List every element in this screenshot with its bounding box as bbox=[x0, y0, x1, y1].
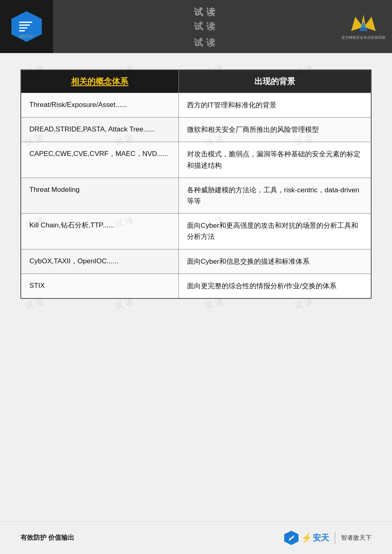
left-cell: Threat Modeling bbox=[21, 178, 178, 213]
main-table: 相关的概念体系 出现的背景 Threat/Risk/Exposure/Asset… bbox=[20, 69, 372, 299]
watermark: 试读 bbox=[194, 20, 218, 33]
left-cell: DREAD,STRIDE,PASTA, Attack Tree...... bbox=[21, 118, 178, 142]
table-row: CybOX,TAXII，OpenIOC......面向Cyber和信息交换的描述… bbox=[21, 249, 371, 274]
watermark: 试读 bbox=[194, 20, 218, 33]
footer-hex-icon bbox=[284, 531, 298, 545]
right-cell: 面向Cyber和信息交换的描述和标准体系 bbox=[178, 249, 371, 274]
watermark: 试读 bbox=[194, 6, 218, 18]
table-row: Threat/Risk/Exposure/Asset......西方的IT管理和… bbox=[21, 93, 371, 118]
brand-subtitle: 安天网络安全冬训营第四期 bbox=[341, 35, 385, 40]
footer-logo: ⚡ 安天 智者敌天下 bbox=[284, 531, 372, 545]
col2-header: 出现的背景 bbox=[178, 70, 371, 93]
watermark: 试读 bbox=[194, 20, 218, 33]
watermark: 试读 bbox=[194, 6, 218, 18]
watermark: 试读 bbox=[194, 37, 218, 49]
left-cell: Kill Chain,钻石分析,TTP...... bbox=[21, 214, 178, 249]
watermark: 试读 bbox=[194, 37, 218, 49]
logo-area: ANTIY bbox=[0, 0, 53, 53]
table-row: STIX面向更完整的综合性的情报分析/作业/交换的体系 bbox=[21, 274, 371, 298]
watermark-area: 试读 试读 试读 试读 试读 试读 试读 试读 试读 试读 试读 试读 试读 试… bbox=[53, 0, 335, 53]
watermark: 试读 bbox=[194, 20, 218, 33]
brand-svg-icon bbox=[347, 13, 380, 35]
left-cell: CybOX,TAXII，OpenIOC...... bbox=[21, 249, 178, 274]
logo-text: ANTIY bbox=[20, 34, 33, 39]
watermark: 试读 bbox=[194, 6, 218, 18]
table-row: DREAD,STRIDE,PASTA, Attack Tree......微软和… bbox=[21, 118, 371, 142]
table-row: CAPEC,CWE,CVE,CVRF，MAEC，NVD......对攻击模式，脆… bbox=[21, 142, 371, 178]
left-cell: CAPEC,CWE,CVE,CVRF，MAEC，NVD...... bbox=[21, 142, 178, 178]
footer-brand-lightning: ⚡ bbox=[301, 533, 312, 543]
watermark: 试读 bbox=[194, 6, 218, 18]
right-cell: 微软和相关安全厂商所推出的风险管理模型 bbox=[178, 118, 371, 142]
footer-brand-name: 安天 bbox=[313, 532, 329, 543]
content-area: 试读 试读 试读 试读 试读 试读 试读 试读 试读 试读 试读 试读 试读 试… bbox=[0, 53, 392, 315]
watermark: 试读 bbox=[194, 37, 218, 49]
watermark: 试读 bbox=[194, 37, 218, 49]
header-right-logo: 安天网络安全冬训营第四期 bbox=[335, 0, 392, 53]
watermark: 试读 bbox=[194, 6, 218, 18]
table-header-row: 相关的概念体系 出现的背景 bbox=[21, 70, 371, 93]
right-cell: 各种威胁建模的方法论，工具，risk-centric，data-driven等等 bbox=[178, 178, 371, 213]
svg-line-3 bbox=[289, 538, 294, 538]
header: ANTIY 试读 试读 试读 试读 试读 试读 试读 试读 试读 试读 试读 试… bbox=[0, 0, 392, 53]
right-cell: 面向更完整的综合性的情报分析/作业/交换的体系 bbox=[178, 274, 371, 298]
right-cell: 面向Cyber和更高强度的攻击和对抗的场景的分析工具和分析方法 bbox=[178, 214, 371, 249]
watermark: 试读 bbox=[194, 6, 218, 18]
col1-header: 相关的概念体系 bbox=[21, 70, 178, 93]
right-cell: 西方的IT管理和标准化的背景 bbox=[178, 93, 371, 118]
footer-brand-tagline: 智者敌天下 bbox=[341, 534, 372, 542]
right-cell: 对攻击模式，脆弱点，漏洞等各种基础的安全元素的标定和描述结构 bbox=[178, 142, 371, 178]
left-cell: Threat/Risk/Exposure/Asset...... bbox=[21, 93, 178, 118]
footer-right: ⚡ 安天 智者敌天下 bbox=[284, 531, 372, 545]
watermark: 试读 bbox=[194, 20, 218, 33]
table-row: Threat Modeling各种威胁建模的方法论，工具，risk-centri… bbox=[21, 178, 371, 213]
left-cell: STIX bbox=[21, 274, 178, 298]
watermark: 试读 bbox=[194, 37, 218, 49]
footer-divider bbox=[335, 532, 335, 544]
table-row: Kill Chain,钻石分析,TTP......面向Cyber和更高强度的攻击… bbox=[21, 214, 371, 249]
footer: 有效防护 价值输出 ⚡ 安天 智者敌天下 bbox=[0, 521, 392, 554]
footer-left-text: 有效防护 价值输出 bbox=[20, 534, 74, 542]
